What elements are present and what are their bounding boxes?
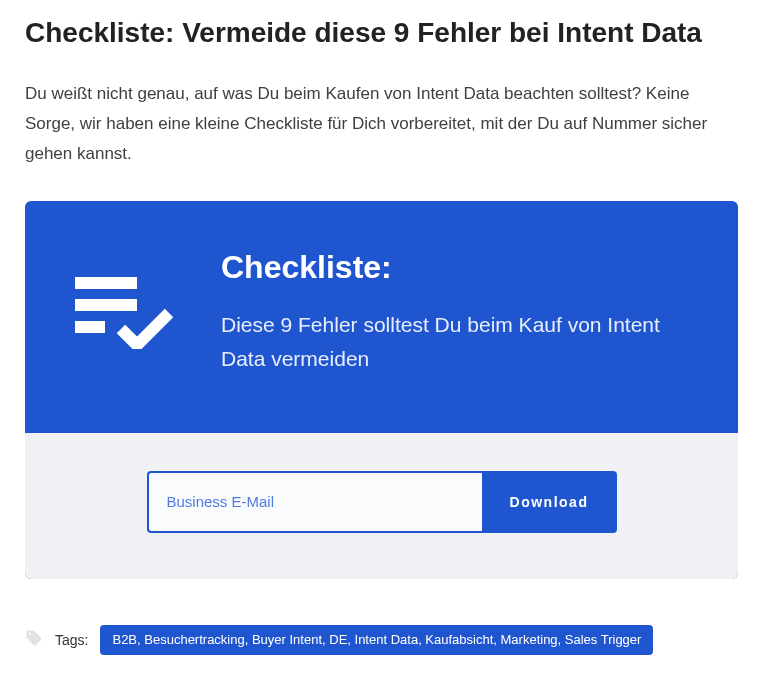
card-form-area: Download (25, 433, 738, 579)
card-heading: Checkliste: (221, 249, 688, 286)
tags-pill[interactable]: B2B, Besuchertracking, Buyer Intent, DE,… (100, 625, 653, 655)
card-top: Checkliste: Diese 9 Fehler solltest Du b… (25, 201, 738, 433)
tags-label: Tags: (55, 632, 88, 648)
tag-icon (25, 629, 43, 651)
email-field[interactable] (147, 471, 482, 533)
checklist-icon (75, 277, 173, 353)
download-button[interactable]: Download (482, 471, 617, 533)
checklist-card: Checkliste: Diese 9 Fehler solltest Du b… (25, 201, 738, 579)
card-text-block: Checkliste: Diese 9 Fehler solltest Du b… (221, 249, 688, 377)
tags-row: Tags: B2B, Besuchertracking, Buyer Inten… (25, 625, 738, 655)
svg-rect-1 (75, 299, 137, 311)
svg-rect-0 (75, 277, 137, 289)
page-title: Checkliste: Vermeide diese 9 Fehler bei … (25, 15, 738, 51)
card-subheading: Diese 9 Fehler solltest Du beim Kauf von… (221, 308, 688, 377)
svg-rect-2 (75, 321, 105, 333)
download-form: Download (147, 471, 617, 533)
intro-paragraph: Du weißt nicht genau, auf was Du beim Ka… (25, 79, 738, 168)
